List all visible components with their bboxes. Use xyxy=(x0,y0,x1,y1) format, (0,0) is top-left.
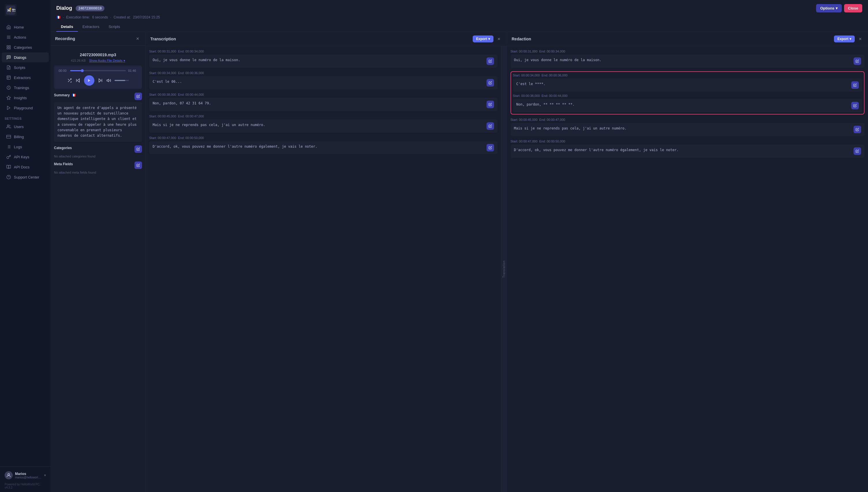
redaction-segment-edit-button[interactable] xyxy=(851,81,859,89)
forward-button[interactable] xyxy=(98,78,103,83)
transcription-close-icon[interactable] xyxy=(496,36,502,42)
sidebar-item-logs[interactable]: Logs xyxy=(2,142,49,152)
play-button[interactable] xyxy=(84,75,94,85)
svg-point-32 xyxy=(8,473,9,475)
filesize-text: 415.26 KB xyxy=(71,59,86,62)
sidebar-item-insights[interactable]: Insights xyxy=(2,93,49,103)
sidebar-item-categories[interactable]: Categories xyxy=(2,42,49,52)
redaction-export-chevron-icon: ▾ xyxy=(849,37,851,41)
redaction-segment-0: Start: 00:00:31,000 End: 00:00:34,000 Ou… xyxy=(510,50,865,68)
audio-progress-bar[interactable] xyxy=(70,70,126,71)
sidebar-item-users[interactable]: Users xyxy=(2,122,49,131)
segment-content: C'est le 06... xyxy=(149,76,498,90)
logo: H / TS ⚡ xyxy=(0,0,50,20)
redaction-segment-content: Mais si je ne reprends pas cela, j'ai un… xyxy=(510,123,865,136)
summary-flag-icon: 🇫🇷 xyxy=(72,93,76,97)
details-chevron-icon: ▾ xyxy=(123,59,125,62)
segment-time: Start: 00:00:45,000 End: 00:00:47,000 xyxy=(149,115,498,118)
svg-marker-42 xyxy=(107,79,108,82)
svg-point-12 xyxy=(8,57,8,57)
recording-meta: 415.26 KB Show Audio File Details ▾ xyxy=(54,59,142,63)
volume-bar[interactable] xyxy=(115,80,129,81)
redaction-segment-edit-button[interactable] xyxy=(853,126,861,133)
show-audio-details-link[interactable]: Show Audio File Details ▾ xyxy=(89,59,125,62)
redaction-segment-time: Start: 00:00:38,000 End: 00:00:44,000 xyxy=(513,94,862,97)
segment-time: Start: 00:00:47,000 End: 00:00:50,000 xyxy=(149,136,498,140)
recording-panel-body: 240723000019.mp3 415.26 KB Show Audio Fi… xyxy=(50,46,145,492)
redaction-segment-edit-button[interactable] xyxy=(851,102,859,109)
header-meta: 🇫🇷 · Execution time: 6 seconds · Created… xyxy=(56,15,862,19)
segment-text: Mais si je ne reprends pas cela, j'ai un… xyxy=(153,122,484,127)
tab-details[interactable]: Details xyxy=(56,22,78,32)
transcription-segment-1: Start: 00:00:34,000 End: 00:00:36,000 C'… xyxy=(149,71,498,90)
svg-rect-11 xyxy=(9,48,10,49)
redaction-close-icon[interactable] xyxy=(857,36,863,42)
created-at-value: 23/07/2024 15:25 xyxy=(133,15,160,19)
svg-line-36 xyxy=(68,79,69,80)
tab-extractors[interactable]: Extractors xyxy=(78,22,104,32)
segment-edit-button[interactable] xyxy=(486,101,494,108)
categories-edit-button[interactable] xyxy=(135,145,142,153)
summary-edit-button[interactable] xyxy=(135,93,142,100)
segment-edit-button[interactable] xyxy=(486,79,494,87)
segment-text: C'est le 06... xyxy=(153,79,484,84)
sidebar-item-support[interactable]: Support Center xyxy=(2,172,49,182)
redaction-panel-header: Redaction Export ▾ xyxy=(507,32,868,46)
segment-content: Oui, je vous donne le numéro de la maiso… xyxy=(149,54,498,68)
sidebar-item-api-docs[interactable]: API Docs xyxy=(2,162,49,172)
svg-rect-22 xyxy=(7,135,11,139)
meta-fields-edit-button[interactable] xyxy=(135,162,142,169)
sidebar-item-billing[interactable]: Billing xyxy=(2,132,49,142)
time-current: 00:00 xyxy=(58,69,68,72)
audio-player: 00:00 01:46 xyxy=(54,66,142,89)
svg-marker-37 xyxy=(77,79,79,82)
dialog-title: Dialog xyxy=(56,5,72,11)
segment-edit-button[interactable] xyxy=(486,57,494,65)
user-info[interactable]: Marios marios@helloworldpc.... ▾ xyxy=(5,469,46,481)
segment-text: D'accord, ok, vous pouvez me donner l'au… xyxy=(153,144,484,149)
sidebar-item-scripts[interactable]: Scripts xyxy=(2,63,49,72)
segment-edit-button[interactable] xyxy=(486,144,494,151)
sidebar-item-dialogs[interactable]: Dialogs xyxy=(2,52,49,62)
transcription-export-chevron-icon: ▾ xyxy=(488,37,490,41)
no-categories-text: No attached categories found xyxy=(54,154,142,158)
main-content: Dialog 240723000019 Options ▾ Close 🇫🇷 ·… xyxy=(50,0,868,492)
content-area: Recording 240723000019.mp3 415.26 KB Sho… xyxy=(50,32,868,492)
svg-text:⚡: ⚡ xyxy=(8,7,12,11)
redaction-segment-edit-button[interactable] xyxy=(853,147,861,155)
sidebar-item-actions[interactable]: Actions xyxy=(2,32,49,42)
sidebar-item-api-keys[interactable]: API Keys xyxy=(2,152,49,162)
sidebar-item-extractors[interactable]: Extractors xyxy=(2,73,49,82)
transcription-panel-title: Transcription xyxy=(150,36,176,41)
transcription-segment-4: Start: 00:00:47,000 End: 00:00:50,000 D'… xyxy=(149,136,498,154)
volume-button[interactable] xyxy=(106,78,111,83)
transcription-export-button[interactable]: Export ▾ xyxy=(473,35,493,42)
sidebar-item-playground[interactable]: Playground xyxy=(2,103,49,113)
segment-text: Oui, je vous donne le numéro de la maiso… xyxy=(153,57,484,63)
options-button[interactable]: Options ▾ xyxy=(816,4,841,13)
recording-close-icon[interactable] xyxy=(135,35,141,42)
shuffle-button[interactable] xyxy=(67,78,72,83)
redaction-export-button[interactable]: Export ▾ xyxy=(834,35,855,42)
redaction-segment-4: Start: 00:00:47,000 End: 00:00:50,000 D'… xyxy=(510,140,865,158)
segment-edit-button[interactable] xyxy=(486,122,494,130)
close-button[interactable]: Close xyxy=(844,4,862,13)
sidebar-item-home[interactable]: Home xyxy=(2,22,49,32)
settings-section-label: Settings xyxy=(0,115,50,121)
redaction-segment-content: Non, pardon, ** ** ** ** **. xyxy=(513,99,862,112)
redaction-segment-text: Non, pardon, ** ** ** ** **. xyxy=(516,102,849,107)
rewind-button[interactable] xyxy=(75,78,80,83)
header-top: Dialog 240723000019 Options ▾ Close xyxy=(56,4,862,13)
redaction-segment-text: Oui, je vous donne le numéro de la maiso… xyxy=(514,57,851,63)
sidebar: H / TS ⚡ Home Actions Categories Dialogs… xyxy=(0,0,50,492)
summary-section-row: Summary 🇫🇷 xyxy=(54,93,142,100)
transcription-panel-header: Transcription Export ▾ xyxy=(146,32,507,46)
redaction-segment-edit-button[interactable] xyxy=(853,57,861,65)
sidebar-item-trainings[interactable]: Trainings xyxy=(2,83,49,93)
avatar xyxy=(5,471,13,479)
no-meta-fields-text: No attached meta fields found xyxy=(54,171,142,174)
segment-content: Mais si je ne reprends pas cela, j'ai un… xyxy=(149,119,498,133)
svg-marker-40 xyxy=(99,79,101,82)
audio-progress-fill xyxy=(70,70,82,71)
tab-scripts[interactable]: Scripts xyxy=(104,22,125,32)
